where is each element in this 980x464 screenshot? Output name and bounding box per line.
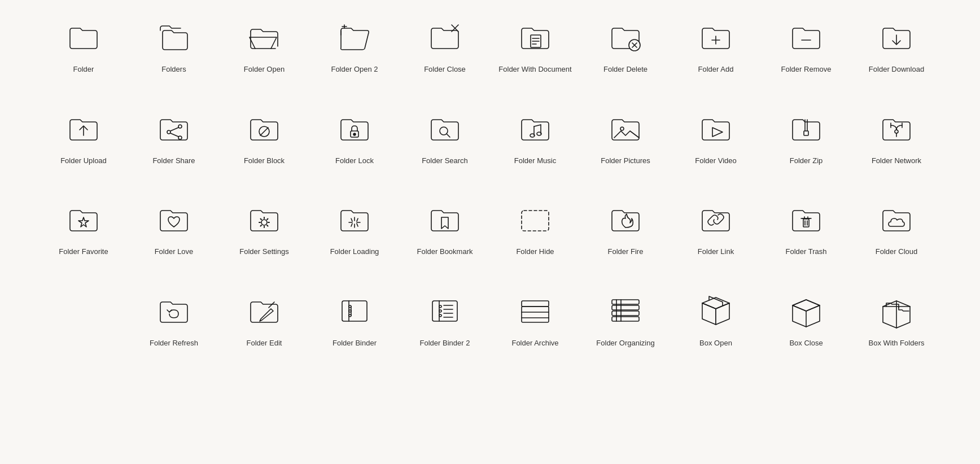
folder-video-icon xyxy=(695,108,736,149)
svg-line-26 xyxy=(534,125,541,126)
svg-rect-34 xyxy=(804,131,808,135)
icon-item-folder-search: Folder Search xyxy=(400,103,490,172)
folder-zip-icon xyxy=(786,108,826,149)
icon-item-folder-trash: Folder Trash xyxy=(761,194,851,262)
icon-item-folder-cloud: Folder Cloud xyxy=(851,194,942,262)
folders-icon xyxy=(154,17,194,58)
folder-settings-icon xyxy=(244,199,285,240)
icon-item-folder-loading: Folder Loading xyxy=(309,194,400,262)
icon-item-box-with-folders: Box With Folders xyxy=(851,285,942,354)
svg-point-18 xyxy=(178,136,182,139)
folder-pictures-label: Folder Pictures xyxy=(601,156,650,166)
folder-edit-label: Folder Edit xyxy=(247,338,282,348)
icon-item-folder-zip: Folder Zip xyxy=(761,103,851,172)
svg-rect-78 xyxy=(612,305,639,310)
box-close-icon xyxy=(786,291,826,331)
svg-point-35 xyxy=(895,130,898,133)
icon-item-folder-close: Folder Close xyxy=(400,11,490,80)
folder-link-icon xyxy=(695,199,736,240)
folder-add-icon xyxy=(695,17,736,58)
svg-point-71 xyxy=(439,310,441,312)
box-open-label: Box Open xyxy=(699,338,732,348)
icon-item-folder-block: Folder Block xyxy=(219,103,309,172)
svg-rect-52 xyxy=(803,219,809,227)
folder-pictures-icon xyxy=(605,108,646,149)
svg-rect-74 xyxy=(522,307,549,322)
folder-love-label: Folder Love xyxy=(155,247,194,257)
svg-point-40 xyxy=(261,220,267,225)
folder-refresh-icon xyxy=(154,291,194,331)
svg-rect-79 xyxy=(612,311,639,316)
svg-point-30 xyxy=(620,127,624,130)
folder-fire-icon xyxy=(605,199,646,240)
folder-edit-icon xyxy=(244,291,285,331)
folder-favorite-icon xyxy=(63,199,104,240)
folder-archive-icon xyxy=(515,291,555,331)
folder-trash-label: Folder Trash xyxy=(786,247,827,257)
icon-grid: FolderFoldersFolder OpenFolder Open 2Fol… xyxy=(38,11,942,353)
folder-music-label: Folder Music xyxy=(514,156,556,166)
svg-marker-39 xyxy=(78,217,89,227)
icon-item-folder-binder-2: Folder Binder 2 xyxy=(400,285,490,354)
folder-with-document-label: Folder With Document xyxy=(498,64,571,75)
svg-point-72 xyxy=(439,314,441,317)
folder-delete-label: Folder Delete xyxy=(603,64,648,75)
folder-share-icon xyxy=(154,108,194,149)
box-with-folders-icon xyxy=(876,291,917,331)
folder-cloud-label: Folder Cloud xyxy=(876,247,917,257)
folder-binder-icon xyxy=(334,291,375,331)
folder-organizing-icon xyxy=(605,291,646,331)
folder-download-icon xyxy=(876,17,917,58)
icon-item-folder-open: Folder Open xyxy=(219,11,309,80)
folder-refresh-label: Folder Refresh xyxy=(150,338,198,348)
svg-marker-89 xyxy=(793,300,820,311)
folder-video-label: Folder Video xyxy=(695,156,736,166)
svg-rect-80 xyxy=(612,317,639,321)
folder-lock-icon xyxy=(334,108,375,149)
folders-label: Folders xyxy=(161,64,186,75)
folder-label: Folder xyxy=(73,64,94,75)
folder-with-document-icon xyxy=(515,17,555,58)
svg-rect-49 xyxy=(522,211,549,231)
folder-close-icon xyxy=(425,17,465,58)
folder-trash-icon xyxy=(786,199,826,240)
folder-fire-label: Folder Fire xyxy=(608,247,644,257)
folder-block-label: Folder Block xyxy=(244,156,285,166)
folder-upload-label: Folder Upload xyxy=(60,156,107,166)
folder-open-label: Folder Open xyxy=(244,64,285,75)
folder-bookmark-label: Folder Bookmark xyxy=(417,247,473,257)
icon-item-folder-archive: Folder Archive xyxy=(490,285,580,354)
folder-open-2-label: Folder Open 2 xyxy=(331,64,378,75)
svg-point-62 xyxy=(349,310,351,312)
icon-item-folder-settings: Folder Settings xyxy=(219,194,309,262)
folder-search-label: Folder Search xyxy=(422,156,468,166)
svg-rect-64 xyxy=(432,301,457,321)
icon-item-folder-hide: Folder Hide xyxy=(490,194,580,262)
folder-binder-2-label: Folder Binder 2 xyxy=(420,338,470,348)
folder-binder-2-icon xyxy=(425,291,465,331)
icon-item-folder-add: Folder Add xyxy=(671,11,761,80)
folder-lock-label: Folder Lock xyxy=(335,156,374,166)
box-close-label: Box Close xyxy=(789,338,823,348)
svg-rect-58 xyxy=(342,301,367,321)
folder-upload-icon xyxy=(63,108,104,149)
folder-cloud-icon xyxy=(876,199,917,240)
folder-zip-label: Folder Zip xyxy=(790,156,823,166)
svg-rect-73 xyxy=(522,301,549,307)
icon-item-folder-organizing: Folder Organizing xyxy=(580,285,671,354)
svg-point-22 xyxy=(353,133,356,135)
svg-point-63 xyxy=(349,314,351,317)
icon-item-folder-binder: Folder Binder xyxy=(309,285,400,354)
folder-settings-label: Folder Settings xyxy=(239,247,288,257)
folder-close-label: Folder Close xyxy=(424,64,466,75)
box-with-folders-label: Box With Folders xyxy=(869,338,925,348)
folder-add-label: Folder Add xyxy=(698,64,734,75)
folder-music-icon xyxy=(515,108,555,149)
icon-item-folder-pictures: Folder Pictures xyxy=(580,103,671,172)
icon-item-folder: Folder xyxy=(38,11,129,80)
icon-item-folder-video: Folder Video xyxy=(671,103,761,172)
icon-item-folder-open-2: Folder Open 2 xyxy=(309,11,400,80)
folder-favorite-label: Folder Favorite xyxy=(59,247,108,257)
folder-link-label: Folder Link xyxy=(698,247,734,257)
icon-item-box-open: Box Open xyxy=(671,285,761,354)
